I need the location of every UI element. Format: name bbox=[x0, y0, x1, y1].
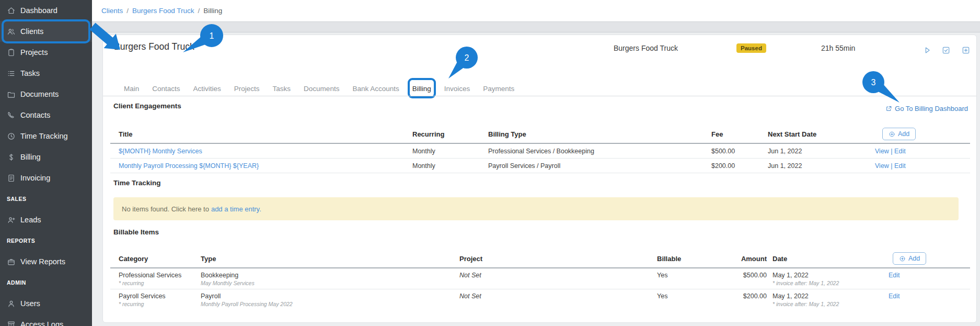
billable-type-note: Monthly Payroll Processing May 2022 bbox=[201, 301, 443, 307]
col-type: Type bbox=[192, 250, 451, 268]
engagement-next-start-date: Jun 1, 2022 bbox=[759, 159, 867, 173]
quick-add-button[interactable] bbox=[961, 46, 971, 55]
users-icon bbox=[7, 27, 16, 36]
table-row: Monthly Payroll Processing ${MONTH} ${YE… bbox=[110, 159, 970, 173]
table-row: Professional Services* recurring Bookkee… bbox=[110, 268, 970, 289]
sidebar-item-label: Leads bbox=[20, 216, 41, 224]
billable-amount: $500.00 bbox=[708, 268, 769, 289]
billable-date: May 1, 2022 bbox=[773, 272, 859, 279]
col-title: Title bbox=[110, 125, 404, 143]
sidebar-item-label: Dashboard bbox=[20, 6, 57, 15]
sidebar-item-label: Projects bbox=[20, 48, 48, 57]
billable-category-note: * recurring bbox=[119, 301, 184, 307]
tab-main[interactable]: Main bbox=[124, 85, 139, 93]
add-engagement-button[interactable]: Add bbox=[882, 128, 916, 140]
page-title: Burgers Food Truck bbox=[114, 41, 194, 52]
tab-contacts[interactable]: Contacts bbox=[152, 85, 180, 93]
sidebar-item-invoicing[interactable]: Invoicing bbox=[0, 167, 92, 188]
billable-date-note: * invoice after: May 1, 2022 bbox=[773, 280, 859, 286]
edit-link[interactable]: Edit bbox=[894, 162, 906, 170]
sidebar: Dashboard Clients Projects Tasks Documen… bbox=[0, 0, 92, 326]
col-date: Date bbox=[769, 250, 868, 268]
empty-message: No items found. Click here to bbox=[122, 205, 209, 213]
billable-flag: Yes bbox=[649, 268, 708, 289]
tab-billing[interactable]: Billing bbox=[412, 85, 431, 93]
engagement-title-link[interactable]: Monthly Payroll Processing ${MONTH} ${YE… bbox=[119, 162, 259, 170]
sidebar-item-leads[interactable]: Leads bbox=[0, 209, 92, 230]
edit-link[interactable]: Edit bbox=[894, 148, 906, 155]
edit-link[interactable]: Edit bbox=[889, 293, 900, 300]
time-tracking-empty-alert: No items found. Click here to add a time… bbox=[113, 197, 959, 220]
sidebar-item-projects[interactable]: Projects bbox=[0, 42, 92, 63]
header-client-name: Burgers Food Truck bbox=[614, 44, 678, 52]
billable-amount: $200.00 bbox=[708, 289, 769, 310]
sidebar-item-dashboard[interactable]: Dashboard bbox=[0, 0, 92, 21]
col-category: Category bbox=[110, 250, 192, 268]
sidebar-section-admin: ADMIN bbox=[0, 272, 92, 293]
sidebar-item-contacts[interactable]: Contacts bbox=[0, 105, 92, 126]
tab-payments[interactable]: Payments bbox=[483, 85, 514, 93]
view-link[interactable]: View bbox=[875, 148, 889, 155]
action-separator: | bbox=[891, 162, 892, 170]
add-engagement-label: Add bbox=[898, 130, 909, 138]
go-to-billing-dashboard-link[interactable]: Go To Billing Dashboard bbox=[885, 105, 968, 113]
sidebar-section-sales: SALES bbox=[0, 188, 92, 209]
tab-invoices[interactable]: Invoices bbox=[444, 85, 470, 93]
sidebar-item-documents[interactable]: Documents bbox=[0, 84, 92, 105]
sidebar-item-users[interactable]: Users bbox=[0, 293, 92, 314]
sidebar-item-view-reports[interactable]: View Reports bbox=[0, 251, 92, 272]
sidebar-item-label: Users bbox=[20, 299, 40, 308]
circle-plus-icon bbox=[889, 131, 895, 138]
list-icon bbox=[7, 69, 16, 78]
tab-documents[interactable]: Documents bbox=[304, 85, 339, 93]
user-plus-icon bbox=[7, 216, 16, 224]
tab-activities[interactable]: Activities bbox=[193, 85, 221, 93]
add-task-button[interactable] bbox=[941, 46, 951, 55]
billable-category: Payroll Services bbox=[119, 293, 184, 300]
engagement-recurring: Monthly bbox=[404, 159, 480, 173]
tab-tasks[interactable]: Tasks bbox=[273, 85, 291, 93]
breadcrumb-separator: / bbox=[126, 7, 129, 15]
tracked-time: 21h 55min bbox=[821, 44, 855, 52]
billable-date-note: * invoice after: May 1, 2022 bbox=[773, 301, 859, 307]
col-project: Project bbox=[451, 250, 649, 268]
table-row: Payroll Services* recurring PayrollMonth… bbox=[110, 289, 970, 310]
sidebar-item-tasks[interactable]: Tasks bbox=[0, 63, 92, 84]
breadcrumb-clients-link[interactable]: Clients bbox=[101, 7, 123, 15]
col-next-start-date: Next Start Date bbox=[759, 125, 867, 143]
sidebar-item-billing[interactable]: Billing bbox=[0, 147, 92, 167]
engagements-table: Title Recurring Billing Type Fee Next St… bbox=[110, 125, 970, 173]
edit-link[interactable]: Edit bbox=[889, 272, 900, 279]
billable-type: Payroll bbox=[201, 293, 443, 300]
status-badge: Paused bbox=[736, 43, 766, 53]
engagement-billing-type: Payroll Services / Payroll bbox=[480, 159, 703, 173]
billable-header-row: Category Type Project Billable Amount Da… bbox=[110, 250, 970, 268]
sidebar-item-clients[interactable]: Clients bbox=[0, 21, 92, 42]
add-billable-item-label: Add bbox=[908, 255, 920, 262]
billable-flag: Yes bbox=[649, 289, 708, 310]
engagement-next-start-date: Jun 1, 2022 bbox=[759, 143, 867, 159]
sidebar-item-access-logs[interactable]: Access Logs bbox=[0, 314, 92, 326]
add-billable-item-button[interactable]: Add bbox=[893, 252, 926, 265]
billable-type-note: May Monthly Services bbox=[201, 280, 443, 286]
home-icon bbox=[7, 6, 16, 15]
archive-icon bbox=[7, 320, 16, 326]
breadcrumb-client-link[interactable]: Burgers Food Truck bbox=[132, 7, 194, 15]
view-link[interactable]: View bbox=[875, 162, 889, 170]
sidebar-item-time-tracking[interactable]: Time Tracking bbox=[0, 126, 92, 147]
time-tracking-heading: Time Tracking bbox=[113, 179, 161, 187]
play-icon bbox=[923, 46, 932, 55]
client-tabs: Main Contacts Activities Projects Tasks … bbox=[124, 81, 514, 96]
tabs-divider bbox=[103, 96, 976, 96]
engagement-recurring: Monthly bbox=[404, 143, 480, 159]
tab-bank-accounts[interactable]: Bank Accounts bbox=[352, 85, 399, 93]
add-time-entry-link[interactable]: add a time entry. bbox=[211, 205, 261, 213]
sidebar-item-label: View Reports bbox=[20, 257, 65, 266]
start-timer-button[interactable] bbox=[923, 46, 932, 55]
sidebar-item-label: Time Tracking bbox=[20, 132, 68, 140]
sidebar-item-label: Billing bbox=[20, 153, 41, 161]
external-link-icon bbox=[885, 105, 892, 112]
billable-project: Not Set bbox=[451, 268, 649, 289]
engagement-title-link[interactable]: ${MONTH} Monthly Services bbox=[119, 148, 202, 155]
tab-projects[interactable]: Projects bbox=[234, 85, 260, 93]
